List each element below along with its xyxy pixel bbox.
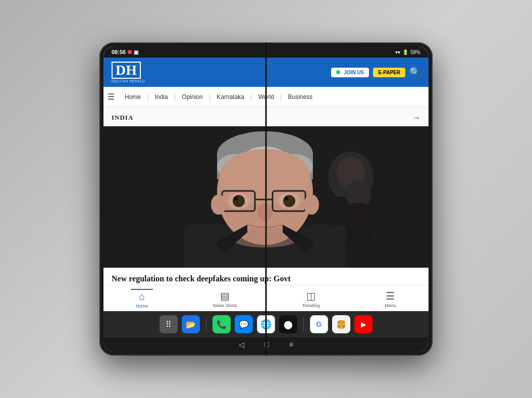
phone-device: 08:56 ▣ ▾▾ 🔋 58% DH DECCAN HERALD [99, 42, 433, 356]
whatsapp-icon [336, 70, 340, 74]
search-icon: 🔍 [409, 67, 420, 77]
wifi-icon: ▾▾ [395, 49, 400, 55]
google-app-icon[interactable]: G [310, 315, 328, 333]
home-nav-label: Home [136, 304, 148, 309]
android-nav-bar: ◁ □ ≡ [103, 337, 429, 352]
svg-rect-0 [103, 126, 429, 268]
trending-label: Trending [302, 303, 320, 308]
svg-point-19 [283, 195, 295, 207]
headline-text: New regulation to check deepfakes coming… [112, 274, 291, 283]
phone-screen: 08:56 ▣ ▾▾ 🔋 58% DH DECCAN HERALD [103, 46, 429, 352]
india-arrow[interactable]: → [412, 113, 420, 122]
menu-icon: ☰ [386, 290, 395, 302]
time-display: 08:56 [112, 49, 126, 55]
hero-image[interactable] [103, 126, 429, 268]
dh-logo: DH DECCAN HERALD [112, 62, 145, 83]
bottom-nav-trending[interactable]: ◫ Trending [297, 290, 325, 308]
svg-point-20 [284, 196, 288, 201]
nav-bar: ☰ Home | India | Opinion | Karnataka | W… [103, 87, 429, 107]
main-content: INDIA → [103, 107, 429, 285]
india-label: INDIA [112, 114, 133, 122]
join-us-label: JOIN US [344, 70, 364, 75]
status-bar: 08:56 ▣ ▾▾ 🔋 58% [103, 46, 429, 58]
svg-point-15 [233, 195, 245, 207]
nav-business[interactable]: Business [283, 88, 317, 106]
bottom-nav: ⌂ Home ▤ News Shots ◫ Trending ☰ Menu [103, 285, 429, 311]
status-time: 08:56 ▣ [112, 49, 138, 55]
article-headline[interactable]: New regulation to check deepfakes coming… [103, 268, 429, 285]
search-button[interactable]: 🔍 [409, 67, 420, 78]
app-dock: ⠿ 📂 📞 💬 🌐 ⬤ [103, 311, 429, 337]
messenger-app-icon[interactable]: 💬 [235, 315, 253, 333]
home-button[interactable]: □ [264, 340, 269, 349]
trending-icon: ◫ [306, 290, 316, 302]
camera-app-icon[interactable]: ⬤ [279, 315, 297, 333]
battery-icon: 🔋 [402, 49, 408, 55]
india-section-header: INDIA → [103, 107, 429, 126]
epaper-label: E-PAPER [378, 70, 400, 75]
svg-point-26 [304, 194, 319, 215]
recents-button[interactable]: ≡ [289, 340, 293, 349]
epaper-button[interactable]: E-PAPER [373, 68, 405, 77]
status-icons: ▾▾ 🔋 58% [395, 49, 420, 55]
battery-percent: 58% [410, 49, 420, 55]
dh-header: DH DECCAN HERALD JOIN US E-PAPER 🔍 [103, 58, 429, 87]
notification-dot [128, 50, 132, 54]
hamburger-menu[interactable]: ☰ [108, 92, 115, 102]
news-shots-label: News Shots [213, 303, 237, 308]
food-app-icon[interactable]: 🍔 [332, 315, 350, 333]
dh-logo-subtitle: DECCAN HERALD [112, 79, 145, 83]
dock-divider-2 [303, 317, 304, 331]
back-button[interactable]: ◁ [239, 340, 244, 349]
svg-point-16 [234, 196, 238, 201]
bottom-nav-news-shots[interactable]: ▤ News Shots [208, 290, 242, 308]
bottom-nav-menu[interactable]: ☰ Menu [380, 290, 401, 308]
menu-nav-label: Menu [385, 303, 396, 308]
person-illustration [103, 126, 429, 268]
youtube-app-icon[interactable]: ▶ [354, 315, 373, 333]
header-right: JOIN US E-PAPER 🔍 [331, 67, 420, 78]
bottom-nav-home[interactable]: ⌂ Home [131, 289, 153, 309]
phone-app-icon[interactable]: 📞 [212, 315, 231, 333]
hero-image-bg [103, 126, 429, 268]
nav-world[interactable]: World [253, 88, 279, 106]
svg-point-24 [257, 203, 273, 221]
status-extra: ▣ [134, 49, 138, 55]
files-app-icon[interactable]: 📂 [182, 315, 200, 333]
home-icon: ⌂ [139, 291, 145, 303]
join-us-button[interactable]: JOIN US [331, 68, 369, 77]
nav-home[interactable]: Home [120, 88, 146, 106]
svg-rect-4 [184, 225, 346, 268]
apps-grid-icon[interactable]: ⠿ [159, 315, 178, 333]
scene: 08:56 ▣ ▾▾ 🔋 58% DH DECCAN HERALD [0, 0, 532, 398]
news-shots-icon: ▤ [220, 290, 230, 302]
nav-karnataka[interactable]: Karnataka [211, 88, 249, 106]
dock-divider-1 [206, 317, 206, 331]
nav-india[interactable]: India [150, 88, 173, 106]
nav-opinion[interactable]: Opinion [177, 88, 207, 106]
dh-logo-text: DH [112, 62, 141, 79]
svg-point-25 [211, 194, 226, 215]
chrome-app-icon[interactable]: 🌐 [257, 315, 275, 333]
